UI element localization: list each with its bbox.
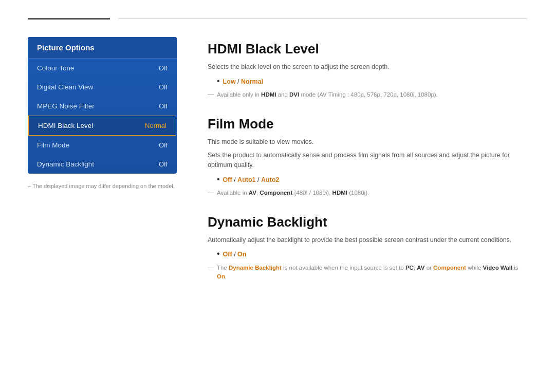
hdmi-black-level-note: Available only in HDMI and DVI mode (AV … xyxy=(217,90,438,99)
section-film-mode: Film Mode This mode is suitable to view … xyxy=(208,116,527,198)
sidebar-item-film-mode[interactable]: Film Mode Off xyxy=(28,136,177,155)
hdmi-black-level-options-text: Low / Normal xyxy=(223,76,264,88)
note-pc: PC xyxy=(405,265,414,271)
sidebar-item-value: Off xyxy=(159,141,168,149)
film-mode-desc1: This mode is suitable to view movies. xyxy=(208,137,527,147)
sidebar-item-value: Off xyxy=(159,160,168,168)
sidebar-item-value: Normal xyxy=(145,122,166,129)
sidebar-item-label: Film Mode xyxy=(37,141,69,149)
content-area: HDMI Black Level Selects the black level… xyxy=(208,37,527,297)
note-on: On xyxy=(217,273,225,279)
option-off: Off xyxy=(223,251,232,258)
sidebar-item-colour-tone[interactable]: Colour Tone Off xyxy=(28,59,177,78)
sidebar-item-value: Off xyxy=(159,102,168,110)
section-dynamic-backlight: Dynamic Backlight Automatically adjust t… xyxy=(208,214,527,282)
sidebar-item-label: Dynamic Backlight xyxy=(37,160,94,168)
dynamic-backlight-note-row: — The Dynamic Backlight is not available… xyxy=(208,264,527,282)
dynamic-backlight-options-text: Off / On xyxy=(223,249,247,260)
sidebar-note: – The displayed image may differ dependi… xyxy=(28,182,177,191)
hdmi-black-level-title: HDMI Black Level xyxy=(208,41,527,57)
sidebar: Picture Options Colour Tone Off Digital … xyxy=(28,37,177,297)
sidebar-item-value: Off xyxy=(159,83,168,91)
sidebar-item-label: Colour Tone xyxy=(37,64,75,72)
hdmi-black-level-options: • Low / Normal xyxy=(217,76,527,88)
sidebar-item-label: MPEG Noise Filter xyxy=(37,102,95,110)
note-dash: — xyxy=(208,264,214,271)
note-dvi: DVI xyxy=(289,91,299,98)
note-component: Component xyxy=(433,265,466,271)
option-normal: Normal xyxy=(241,78,263,85)
note-component: Component xyxy=(260,190,292,196)
sidebar-item-dynamic-backlight[interactable]: Dynamic Backlight Off xyxy=(28,155,177,174)
film-mode-bullet-row: • Off / Auto1 / Auto2 xyxy=(217,174,527,186)
note-av: AV xyxy=(417,265,424,271)
section-hdmi-black-level: HDMI Black Level Selects the black level… xyxy=(208,41,527,100)
note-dynamic-backlight: Dynamic Backlight xyxy=(229,265,282,271)
option-off: Off xyxy=(223,176,232,183)
film-mode-note: Available in AV, Component (480I / 1080i… xyxy=(217,189,369,197)
sidebar-panel: Picture Options Colour Tone Off Digital … xyxy=(28,37,177,174)
sidebar-item-digital-clean-view[interactable]: Digital Clean View Off xyxy=(28,78,177,97)
film-mode-desc2: Sets the product to automatically sense … xyxy=(208,151,527,170)
dynamic-backlight-title: Dynamic Backlight xyxy=(208,214,527,230)
dynamic-backlight-options: • Off / On xyxy=(217,249,527,260)
film-mode-note-row: — Available in AV, Component (480I / 108… xyxy=(208,189,527,197)
film-mode-options-text: Off / Auto1 / Auto2 xyxy=(223,174,280,186)
dynamic-backlight-note: The Dynamic Backlight is not available w… xyxy=(217,264,527,282)
sidebar-item-label: HDMI Black Level xyxy=(38,122,93,129)
option-separator: / xyxy=(237,78,241,85)
note-videowall: Video Wall xyxy=(483,265,513,271)
sidebar-title: Picture Options xyxy=(28,37,177,59)
sidebar-item-hdmi-black-level[interactable]: HDMI Black Level Normal xyxy=(28,116,176,136)
note-av: AV xyxy=(249,190,256,196)
bullet-icon: • xyxy=(217,77,220,85)
bullet-icon: • xyxy=(217,175,220,183)
note-hdmi: HDMI xyxy=(261,91,276,98)
film-mode-options: • Off / Auto1 / Auto2 xyxy=(217,174,527,186)
option-auto2: Auto2 xyxy=(261,176,279,183)
main-layout: Picture Options Colour Tone Off Digital … xyxy=(0,37,555,297)
film-mode-title: Film Mode xyxy=(208,116,527,132)
note-dash: — xyxy=(208,91,214,98)
sidebar-item-label: Digital Clean View xyxy=(37,83,93,91)
note-dash: — xyxy=(208,189,214,196)
sidebar-item-mpeg-noise-filter[interactable]: MPEG Noise Filter Off xyxy=(28,97,177,116)
option-auto1: Auto1 xyxy=(237,176,255,183)
top-bar-divider-line xyxy=(118,18,527,19)
dynamic-backlight-desc: Automatically adjust the backlight to pr… xyxy=(208,235,527,245)
sidebar-item-value: Off xyxy=(159,64,168,72)
bullet-icon: • xyxy=(217,250,220,258)
top-bar xyxy=(0,0,555,37)
option-low: Low xyxy=(223,78,236,85)
hdmi-black-level-desc: Selects the black level on the screen to… xyxy=(208,62,527,72)
top-bar-accent-line xyxy=(28,18,110,20)
hdmi-black-level-bullet-row: • Low / Normal xyxy=(217,76,527,88)
hdmi-black-level-note-row: — Available only in HDMI and DVI mode (A… xyxy=(208,90,527,99)
note-hdmi: HDMI xyxy=(332,190,347,196)
option-on: On xyxy=(237,251,246,258)
dynamic-backlight-bullet-row: • Off / On xyxy=(217,249,527,260)
separator2: / xyxy=(257,176,261,183)
